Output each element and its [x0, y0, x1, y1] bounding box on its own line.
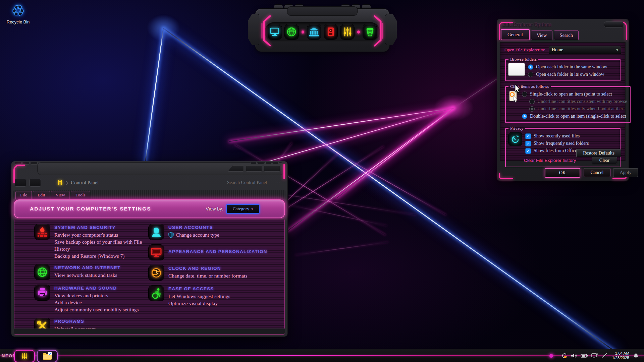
- category-link[interactable]: Review your computer's status: [54, 231, 149, 238]
- taskbar-file-explorer-button[interactable]: [37, 350, 58, 362]
- option-label[interactable]: Open each folder in its own window: [536, 72, 604, 77]
- search-input[interactable]: Search Control Panel: [227, 180, 267, 185]
- overflow-dots[interactable]: ∙∙∙∙: [276, 181, 282, 185]
- control-panel-content: System and Security Review your computer…: [14, 220, 285, 328]
- close-button[interactable]: [604, 21, 624, 27]
- ok-button[interactable]: OK: [545, 168, 580, 178]
- radio-single-click[interactable]: [522, 92, 527, 97]
- printer-icon[interactable]: [35, 285, 50, 300]
- bank-icon[interactable]: [307, 24, 321, 40]
- tab-general[interactable]: General: [501, 29, 530, 40]
- back-button[interactable]: [15, 179, 26, 187]
- tray-accent-dot[interactable]: [549, 354, 553, 358]
- battery-icon[interactable]: [581, 353, 588, 358]
- checkbox-frequent-folders[interactable]: ✓: [525, 141, 531, 146]
- checkbox-office-files[interactable]: ✓: [525, 148, 531, 154]
- category-link[interactable]: Backup and Restore (Windows 7): [54, 252, 149, 259]
- category-clock-region: Clock and Region Change date, time, or n…: [149, 265, 279, 281]
- network-globe-icon[interactable]: [35, 264, 50, 280]
- menu-edit[interactable]: Edit: [33, 191, 50, 199]
- display-network-icon[interactable]: [591, 353, 598, 359]
- show-desktop-button[interactable]: [642, 349, 644, 362]
- accessibility-icon[interactable]: [149, 286, 164, 301]
- taskbar-control-panel-button[interactable]: [14, 350, 35, 362]
- address-bar[interactable]: ❯ Control Panel: [57, 180, 99, 186]
- option-label[interactable]: Open each folder in the same window: [536, 64, 607, 70]
- option-label[interactable]: Double-click to open an item (single-cli…: [530, 114, 626, 119]
- tab-view[interactable]: View: [531, 31, 553, 40]
- user-icon[interactable]: [149, 224, 164, 240]
- category-link[interactable]: Change account type: [168, 231, 219, 238]
- open-to-dropdown[interactable]: Home ◥: [549, 46, 621, 54]
- category-title[interactable]: Ease of Access: [168, 286, 230, 291]
- recycle-bin-shortcut[interactable]: ♻ Recycle Bin: [2, 3, 34, 24]
- apply-button[interactable]: Apply: [613, 168, 638, 177]
- sync-icon[interactable]: [561, 353, 568, 359]
- category-title[interactable]: Programs: [54, 319, 96, 324]
- volume-icon[interactable]: [571, 353, 577, 358]
- category-title[interactable]: Clock and Region: [168, 266, 247, 271]
- view-by-label: View by:: [206, 206, 223, 212]
- dock-icon-row: [265, 22, 380, 42]
- single-click-pointer-icon: [508, 90, 519, 120]
- category-appearance: Appearance and Personalization: [149, 245, 279, 260]
- category-title[interactable]: Appearance and Personalization: [168, 249, 267, 254]
- restore-defaults-button[interactable]: Restore Defaults: [576, 149, 621, 157]
- category-title[interactable]: System and Security: [54, 225, 149, 230]
- category-link[interactable]: View devices and printers: [54, 292, 139, 299]
- minimize-button[interactable]: [228, 165, 244, 172]
- muted-icon[interactable]: [601, 353, 607, 358]
- category-link[interactable]: Change date, time, or number formats: [168, 272, 247, 279]
- clock-date: 1/28/2025: [612, 356, 629, 360]
- notifications-bell-icon[interactable]: [633, 353, 639, 359]
- option-label[interactable]: Show frequently used folders: [534, 141, 589, 146]
- category-title[interactable]: User Accounts: [168, 225, 219, 230]
- view-by-dropdown[interactable]: Category ▾: [226, 204, 260, 214]
- maximize-button[interactable]: [246, 165, 262, 172]
- laser-tangle-6: [322, 144, 446, 215]
- category-link[interactable]: Save backup copies of your files with Fi…: [54, 238, 149, 252]
- close-button[interactable]: [264, 165, 280, 172]
- radio-underline-consistent[interactable]: [529, 99, 535, 104]
- radio-underline-point[interactable]: [529, 106, 535, 112]
- laser-magenta-3: [336, 108, 454, 198]
- media-drive-icon[interactable]: [324, 24, 338, 40]
- clock-globe-icon[interactable]: [149, 265, 164, 281]
- radio-double-click[interactable]: [522, 114, 527, 119]
- clock[interactable]: 1:04 AM 1/28/2025: [612, 351, 629, 360]
- tools-icon[interactable]: [35, 318, 50, 328]
- mouse-cursor: [515, 84, 521, 93]
- category-link[interactable]: Let Windows suggest settings: [168, 293, 230, 300]
- category-link[interactable]: Add a device: [54, 299, 139, 306]
- category-title[interactable]: Hardware and Sound: [54, 286, 139, 291]
- radio-same-window[interactable]: [528, 64, 533, 70]
- firewall-icon[interactable]: [35, 224, 50, 240]
- option-label[interactable]: Single-click to open an item (point to s…: [530, 92, 612, 97]
- globe-icon[interactable]: [285, 24, 299, 40]
- address-text[interactable]: Control Panel: [71, 180, 99, 186]
- menu-file[interactable]: File: [15, 191, 32, 199]
- category-link[interactable]: Uninstall a program: [54, 325, 96, 328]
- cancel-button[interactable]: Cancel: [584, 168, 610, 177]
- checkbox-recent-files[interactable]: ✓: [525, 133, 531, 139]
- system-tray: 1:04 AM 1/28/2025: [549, 349, 629, 362]
- category-user-accounts: User Accounts Change account type: [149, 224, 279, 240]
- option-label[interactable]: Show recently used files: [534, 133, 580, 139]
- category-link[interactable]: Optimize visual display: [168, 300, 230, 307]
- folder-preview-image: [508, 63, 525, 75]
- menu-view[interactable]: View: [51, 191, 70, 199]
- category-link[interactable]: View network status and tasks: [54, 272, 121, 279]
- option-label: Underline icon titles only when I point …: [537, 106, 623, 112]
- clear-button[interactable]: Clear: [592, 157, 617, 164]
- settings-banner: Adjust your computer's settings View by:…: [14, 199, 285, 218]
- category-title[interactable]: Network and Internet: [54, 265, 121, 270]
- laser-blue-left: [145, 28, 164, 163]
- menu-tools[interactable]: Tools: [71, 191, 90, 199]
- radio-own-window[interactable]: [528, 72, 533, 77]
- display-icon[interactable]: [149, 245, 164, 260]
- tab-search[interactable]: Search: [554, 31, 578, 40]
- mixer-icon[interactable]: [340, 24, 354, 40]
- privacy-timer-icon: [508, 132, 522, 146]
- forward-button[interactable]: [30, 179, 41, 187]
- category-link[interactable]: Adjust commonly used mobility settings: [54, 306, 139, 313]
